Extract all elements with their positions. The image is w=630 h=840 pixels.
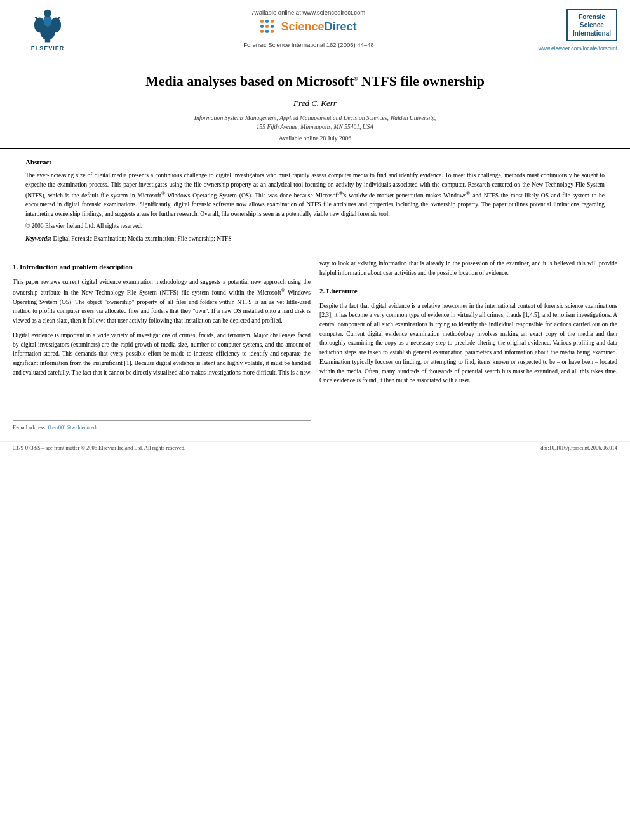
svg-point-3	[50, 18, 61, 33]
sd-dot-3	[271, 20, 274, 23]
header-center: Available online at www.sciencedirect.co…	[83, 9, 535, 48]
footnote: E-mail address: fkerr001@waldenu.edu	[13, 423, 311, 432]
available-date: Available online 28 July 2006	[38, 135, 592, 142]
title-section: Media analyses based on Microsoft® NTFS …	[0, 57, 630, 149]
sd-dot-6	[271, 25, 274, 28]
keywords-text: Digital Forensic Examination; Media exam…	[53, 236, 232, 242]
sciencedirect-logo: ScienceDirect	[260, 20, 356, 34]
left-column: 1. Introduction and problem description …	[13, 259, 311, 432]
section1-right-paragraph: way to look at existing information that…	[319, 259, 617, 277]
section1-paragraph1: This paper reviews current digital evide…	[13, 277, 311, 326]
abstract-title: Abstract	[25, 158, 605, 166]
journal-box: Forensic Science International	[566, 9, 617, 41]
sd-dot-8	[265, 30, 269, 33]
sd-dot-4	[260, 25, 264, 28]
elsevier-label: ELSEVIER	[31, 45, 65, 51]
email-label: E-mail address:	[13, 424, 46, 430]
journal-info: Forensic Science International 162 (2006…	[243, 41, 373, 48]
elsevier-logo-area: ELSEVIER	[13, 9, 83, 51]
svg-point-2	[34, 18, 45, 33]
author-name: Fred C. Kerr	[38, 98, 592, 109]
sd-icon	[260, 20, 277, 34]
footer-doi: doi:10.1016/j.forsciint.2006.06.014	[540, 444, 617, 451]
available-online-text: Available online at www.sciencedirect.co…	[252, 9, 365, 16]
abstract-text: The ever-increasing size of digital medi…	[25, 171, 605, 219]
journal-box-title: Forensic Science International	[573, 13, 611, 37]
page-header: ELSEVIER Available online at www.science…	[0, 0, 630, 57]
page-footer: 0379-0738/$ – see front matter © 2006 El…	[0, 441, 630, 453]
copyright-text: © 2006 Elsevier Ireland Ltd. All rights …	[25, 223, 605, 229]
elsevier-url: www.elsevier.com/locate/forsciint	[539, 45, 617, 51]
sd-dot-1	[260, 20, 264, 23]
footnote-divider: E-mail address: fkerr001@waldenu.edu	[13, 420, 311, 432]
right-column: way to look at existing information that…	[319, 259, 617, 432]
email-link[interactable]: fkerr001@waldenu.edu	[48, 424, 98, 430]
section1-paragraph2: Digital evidence is important in a wide …	[13, 331, 311, 378]
elsevier-tree-icon	[29, 9, 67, 44]
affiliation: Information Systems Management, Applied …	[38, 114, 592, 132]
section1-title: 1. Introduction and problem description	[13, 262, 311, 272]
sd-dot-5	[265, 25, 269, 28]
section2-paragraph1: Despite the fact that digital evidence i…	[319, 302, 617, 385]
sd-dot-9	[271, 30, 274, 33]
main-title: Media analyses based on Microsoft® NTFS …	[38, 72, 592, 91]
sd-dot-2	[265, 20, 269, 23]
page: ELSEVIER Available online at www.science…	[0, 0, 630, 840]
footer-issn: 0379-0738/$ – see front matter © 2006 El…	[13, 444, 185, 451]
header-right: Forensic Science International www.elsev…	[535, 9, 617, 51]
section2-title: 2. Literature	[319, 286, 617, 297]
svg-point-5	[44, 10, 51, 17]
elsevier-logo: ELSEVIER	[29, 9, 67, 51]
sd-dots	[260, 20, 274, 34]
body-section: 1. Introduction and problem description …	[0, 250, 630, 441]
keywords-label: Keywords:	[25, 236, 51, 242]
abstract-section: Abstract The ever-increasing size of dig…	[0, 149, 630, 250]
sd-dot-7	[260, 30, 264, 33]
keywords: Keywords: Digital Forensic Examination; …	[25, 234, 605, 243]
sciencedirect-name: ScienceDirect	[281, 20, 356, 34]
footnote-area: E-mail address: fkerr001@waldenu.edu	[13, 382, 311, 432]
